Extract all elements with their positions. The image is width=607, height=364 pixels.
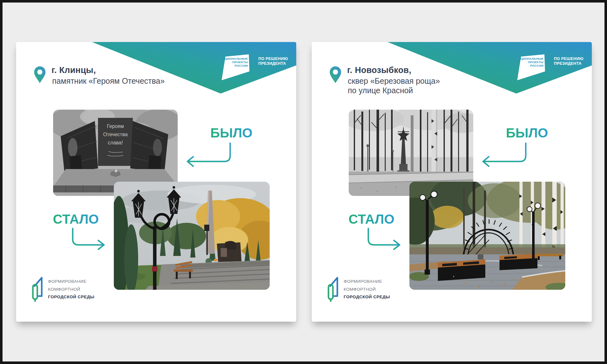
memorial-text-line3: слава! — [108, 140, 123, 145]
post-card-klintsy: НАЦИОНАЛЬНЫЕ ПРОЕКТЫ РОССИИ ПО РЕШЕНИЮ П… — [16, 42, 296, 322]
city-title: г. Новозыбков, — [347, 65, 411, 75]
object-line2: по улице Красной — [348, 86, 440, 95]
location-pin-icon — [34, 66, 46, 83]
np-logo-line3: РОССИИ — [210, 64, 248, 67]
memorial-text-line1: Героям — [107, 124, 124, 129]
np-logo-line2: ПРОЕКТЫ — [210, 60, 248, 64]
national-projects-logo: НАЦИОНАЛЬНЫЕ ПРОЕКТЫ РОССИИ — [210, 57, 248, 67]
after-label: СТАЛО — [49, 212, 103, 227]
np-logo-line1: НАЦИОНАЛЬНЫЕ — [505, 57, 543, 60]
national-projects-logo: НАЦИОНАЛЬНЫЕ ПРОЕКТЫ РОССИИ — [505, 57, 543, 67]
object-subtitle: памятник «Героям Отечества» — [52, 76, 165, 86]
park-color-scene — [409, 182, 565, 290]
decision-line1: ПО РЕШЕНИЮ — [258, 57, 288, 61]
before-label: БЫЛО — [500, 125, 554, 141]
before-arrow-icon — [476, 142, 533, 168]
program-logo-line2: КОМФОРТНОЙ — [48, 286, 95, 294]
object-line1: сквер «Березовая роща» — [348, 76, 440, 86]
decision-line2: ПРЕЗИДЕНТА — [258, 61, 288, 66]
post-card-novozybkov: НАЦИОНАЛЬНЫЕ ПРОЕКТЫ РОССИИ ПО РЕШЕНИЮ П… — [312, 42, 592, 322]
np-logo-line3: РОССИИ — [505, 64, 543, 67]
memorial-text-line2: Отечества — [103, 132, 128, 137]
after-photo-memorial — [114, 182, 270, 290]
after-arrow-icon — [365, 227, 407, 250]
object-subtitle: сквер «Березовая роща» по улице Красной — [348, 76, 440, 95]
decision-line1: ПО РЕШЕНИЮ — [554, 57, 584, 61]
program-logo-text: ФОРМИРОВАНИЕ КОМФОРТНОЙ ГОРОДСКОЙ СРЕДЫ — [48, 278, 95, 301]
canvas-background: НАЦИОНАЛЬНЫЕ ПРОЕКТЫ РОССИИ ПО РЕШЕНИЮ П… — [3, 3, 604, 361]
after-arrow-icon — [70, 227, 111, 250]
np-logo-line2: ПРОЕКТЫ — [505, 60, 543, 64]
program-logo-icon — [32, 275, 46, 302]
program-logo-line1: ФОРМИРОВАНИЕ — [48, 278, 95, 286]
location-pin-icon — [330, 66, 341, 83]
program-logo-line3: ГОРОДСКОЙ СРЕДЫ — [344, 293, 390, 301]
before-arrow-icon — [181, 142, 237, 168]
president-decision-note: ПО РЕШЕНИЮ ПРЕЗИДЕНТА — [258, 57, 288, 66]
president-decision-note: ПО РЕШЕНИЮ ПРЕЗИДЕНТА — [554, 57, 584, 66]
program-logo-text: ФОРМИРОВАНИЕ КОМФОРТНОЙ ГОРОДСКОЙ СРЕДЫ — [344, 278, 390, 301]
planter-bench — [500, 254, 537, 270]
city-title: г. Клинцы, — [52, 65, 96, 75]
memorial-color-scene — [114, 182, 270, 290]
planter-bench — [438, 259, 485, 281]
decision-line2: ПРЕЗИДЕНТА — [554, 61, 584, 66]
after-photo-park — [409, 182, 565, 290]
before-label: БЫЛО — [205, 125, 258, 141]
after-label: СТАЛО — [345, 212, 398, 227]
program-logo-line2: КОМФОРТНОЙ — [344, 286, 390, 294]
np-logo-line1: НАЦИОНАЛЬНЫЕ — [210, 57, 248, 60]
object-line1: памятник «Героям Отечества» — [52, 76, 165, 86]
program-logo-icon — [327, 275, 341, 302]
program-logo-line3: ГОРОДСКОЙ СРЕДЫ — [48, 293, 95, 301]
program-logo-line1: ФОРМИРОВАНИЕ — [344, 278, 390, 286]
screenshot-frame: НАЦИОНАЛЬНЫЕ ПРОЕКТЫ РОССИИ ПО РЕШЕНИЮ П… — [0, 0, 607, 364]
